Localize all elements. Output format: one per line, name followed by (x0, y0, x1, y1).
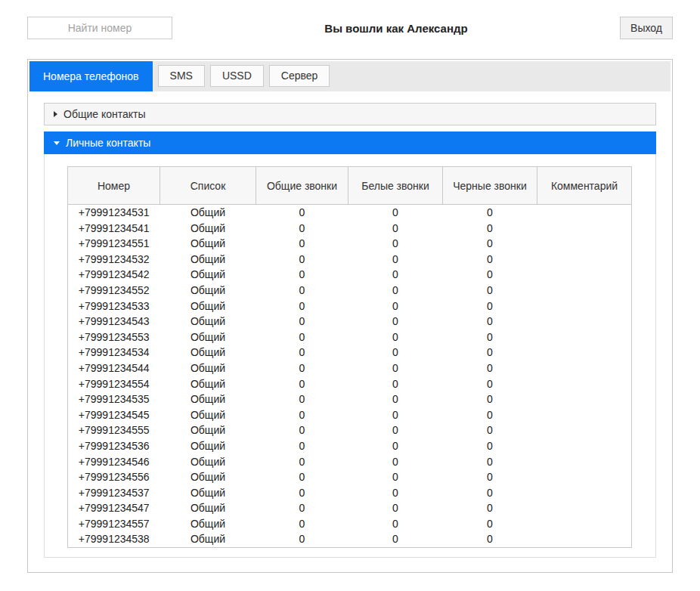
tab-phone-numbers[interactable]: Номера телефонов (29, 61, 153, 91)
cell-common-calls: 0 (256, 407, 348, 423)
cell-black-calls: 0 (443, 252, 537, 268)
table-row[interactable]: +79991234552 Общий 0 0 0 (68, 283, 632, 299)
cell-white-calls: 0 (348, 516, 443, 532)
cell-list: Общий (160, 485, 256, 501)
cell-common-calls: 0 (256, 438, 348, 454)
table-row[interactable]: +79991234534 Общий 0 0 0 (68, 345, 632, 360)
cell-list: Общий (160, 531, 256, 547)
cell-black-calls: 0 (443, 221, 537, 237)
cell-white-calls: 0 (348, 252, 443, 268)
cell-common-calls: 0 (256, 205, 348, 221)
cell-comment (537, 299, 632, 314)
cell-comment (537, 485, 632, 501)
cell-list: Общий (160, 500, 256, 516)
logout-button[interactable]: Выход (620, 17, 673, 39)
cell-white-calls: 0 (348, 283, 443, 299)
col-header-comment: Комментарий (537, 167, 632, 205)
cell-comment (537, 205, 632, 221)
cell-comment (537, 221, 632, 237)
cell-white-calls: 0 (348, 236, 443, 252)
cell-list: Общий (160, 376, 256, 392)
table-row[interactable]: +79991234554 Общий 0 0 0 (68, 376, 632, 392)
table-row[interactable]: +79991234537 Общий 0 0 0 (68, 485, 632, 501)
col-header-black-calls: Черные звонки (443, 167, 537, 205)
table-row[interactable]: +79991234542 Общий 0 0 0 (68, 267, 632, 283)
table-row[interactable]: +79991234555 Общий 0 0 0 (68, 422, 632, 438)
cell-comment (537, 252, 632, 268)
cell-white-calls: 0 (348, 314, 443, 330)
table-row[interactable]: +79991234541 Общий 0 0 0 (68, 221, 632, 237)
tab-sms[interactable]: SMS (158, 65, 205, 87)
table-row[interactable]: +79991234556 Общий 0 0 0 (68, 469, 632, 485)
cell-list: Общий (160, 391, 256, 407)
table-body: +79991234531 Общий 0 0 0 +79991234541 Об… (68, 205, 632, 548)
cell-number: +79991234551 (68, 236, 160, 252)
accordion-common-contacts-label: Общие контакты (63, 104, 146, 125)
table-row[interactable]: +79991234547 Общий 0 0 0 (68, 500, 632, 516)
cell-black-calls: 0 (443, 516, 537, 532)
cell-number: +79991234536 (68, 438, 160, 454)
search-input[interactable] (27, 17, 172, 39)
personal-contacts-panel: Номер Список Общие звонки Белые звонки Ч… (44, 154, 656, 558)
cell-common-calls: 0 (256, 299, 348, 314)
cell-list: Общий (160, 314, 256, 330)
table-row[interactable]: +79991234536 Общий 0 0 0 (68, 438, 632, 454)
table-row[interactable]: +79991234557 Общий 0 0 0 (68, 516, 632, 532)
cell-list: Общий (160, 252, 256, 268)
cell-comment (537, 360, 632, 376)
cell-common-calls: 0 (256, 391, 348, 407)
cell-list: Общий (160, 299, 256, 314)
table-row[interactable]: +79991234543 Общий 0 0 0 (68, 314, 632, 330)
table-row[interactable]: +79991234544 Общий 0 0 0 (68, 360, 632, 376)
cell-list: Общий (160, 516, 256, 532)
table-row[interactable]: +79991234545 Общий 0 0 0 (68, 407, 632, 423)
cell-white-calls: 0 (348, 299, 443, 314)
table-row[interactable]: +79991234553 Общий 0 0 0 (68, 330, 632, 345)
cell-common-calls: 0 (256, 485, 348, 501)
cell-number: +79991234538 (68, 531, 160, 547)
cell-white-calls: 0 (348, 391, 443, 407)
cell-comment (537, 407, 632, 423)
cell-common-calls: 0 (256, 330, 348, 345)
cell-list: Общий (160, 236, 256, 252)
cell-list: Общий (160, 469, 256, 485)
cell-list: Общий (160, 407, 256, 423)
cell-comment (537, 454, 632, 470)
cell-comment (537, 531, 632, 547)
cell-common-calls: 0 (256, 345, 348, 360)
accordion-common-contacts[interactable]: Общие контакты (44, 103, 656, 125)
tab-server[interactable]: Сервер (269, 65, 330, 87)
cell-number: +79991234553 (68, 330, 160, 345)
cell-black-calls: 0 (443, 469, 537, 485)
cell-comment (537, 469, 632, 485)
table-row[interactable]: +79991234535 Общий 0 0 0 (68, 391, 632, 407)
table-row[interactable]: +79991234546 Общий 0 0 0 (68, 454, 632, 470)
cell-common-calls: 0 (256, 360, 348, 376)
table-row[interactable]: +79991234531 Общий 0 0 0 (68, 205, 632, 221)
tab-ussd[interactable]: USSD (210, 65, 264, 87)
cell-common-calls: 0 (256, 252, 348, 268)
cell-white-calls: 0 (348, 438, 443, 454)
cell-number: +79991234535 (68, 391, 160, 407)
table-row[interactable]: +79991234538 Общий 0 0 0 (68, 531, 632, 547)
table-row[interactable]: +79991234551 Общий 0 0 0 (68, 236, 632, 252)
cell-white-calls: 0 (348, 531, 443, 547)
cell-number: +79991234543 (68, 314, 160, 330)
cell-white-calls: 0 (348, 376, 443, 392)
cell-list: Общий (160, 267, 256, 283)
cell-black-calls: 0 (443, 345, 537, 360)
cell-comment (537, 391, 632, 407)
cell-black-calls: 0 (443, 485, 537, 501)
cell-white-calls: 0 (348, 330, 443, 345)
cell-white-calls: 0 (348, 407, 443, 423)
cell-black-calls: 0 (443, 376, 537, 392)
cell-black-calls: 0 (443, 236, 537, 252)
table-header-row: Номер Список Общие звонки Белые звонки Ч… (68, 167, 632, 205)
table-row[interactable]: +79991234533 Общий 0 0 0 (68, 299, 632, 314)
triangle-right-icon (54, 111, 57, 117)
cell-list: Общий (160, 330, 256, 345)
accordion-personal-contacts[interactable]: Личные контакты (44, 132, 656, 154)
cell-number: +79991234554 (68, 376, 160, 392)
table-row[interactable]: +79991234532 Общий 0 0 0 (68, 252, 632, 268)
cell-white-calls: 0 (348, 221, 443, 237)
